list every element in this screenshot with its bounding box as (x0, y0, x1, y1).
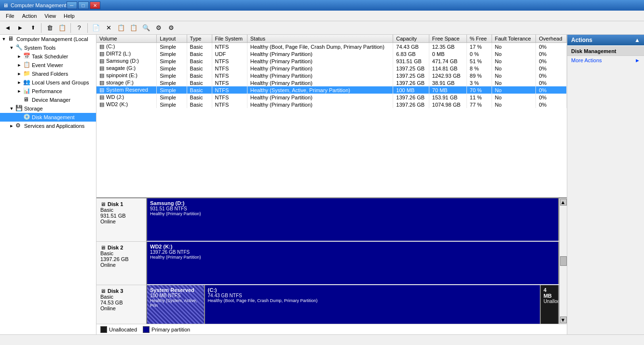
col-faulttolerance[interactable]: Fault Tolerance (492, 35, 535, 43)
paste-button[interactable]: 📋 (128, 23, 139, 33)
cell-volume: ▤System Reserved (96, 86, 157, 94)
partition-detail1: 100 MB NTFS (150, 293, 201, 298)
tree-disk-management[interactable]: ► 💿 Disk Management (0, 113, 96, 122)
actions-section-disk: Disk Management More Actions ► (567, 45, 644, 66)
tree-storage[interactable]: ▼ 💾 Storage (0, 104, 96, 113)
new-button[interactable]: 📄 (90, 23, 102, 33)
disk-type: Basic (100, 250, 142, 256)
performance-expand[interactable]: ► (15, 87, 23, 95)
minimize-button[interactable]: ─ (67, 1, 77, 9)
menu-file[interactable]: File (2, 12, 18, 20)
cell-volume: ▤Samsung (D:) (96, 57, 157, 65)
partition-disk3-2[interactable]: 4 MB Unalloce (541, 285, 559, 324)
actions-title: Actions (571, 37, 592, 43)
event-viewer-icon: 📋 (23, 61, 31, 69)
partition-disk3-0[interactable]: System Reserved 100 MB NTFS Healthy (Sys… (147, 285, 205, 324)
table-row[interactable]: ▤(C:)SimpleBasicNTFSHealthy (Boot, Page … (96, 43, 567, 51)
tree-shared-folders[interactable]: ► 📁 Shared Folders (0, 69, 96, 78)
table-row[interactable]: ▤WD (J:)SimpleBasicNTFSHealthy (Primary … (96, 94, 567, 101)
scroll-down[interactable]: ▼ (560, 317, 567, 323)
cell-type: Basic (187, 86, 212, 94)
local-users-expand[interactable]: ► (15, 79, 23, 86)
table-row[interactable]: ▤DIRT2 (L:)SimpleBasicUDFHealthy (Primar… (96, 50, 567, 57)
extra-button[interactable]: ⚙ (165, 23, 177, 33)
cell-filesystem: NTFS (212, 72, 247, 79)
forward-button[interactable]: ► (14, 23, 26, 33)
col-freespace[interactable]: Free Space (429, 35, 466, 43)
cell-type: Basic (187, 57, 212, 65)
tree-root[interactable]: ▼ 🖥 Computer Management (Local (0, 35, 96, 43)
tree-event-viewer[interactable]: ► 📋 Event Viewer (0, 61, 96, 69)
table-area[interactable]: Volume Layout Type File System Status Ca… (96, 35, 567, 198)
cell-percentfree: 70 % (466, 86, 492, 94)
cell-volume: ▤WD2 (K:) (96, 101, 157, 108)
tree-task-scheduler[interactable]: ► 📅 Task Scheduler (0, 52, 96, 61)
scroll-thumb[interactable] (560, 256, 567, 266)
table-row[interactable]: ▤System ReservedSimpleBasicNTFSHealthy (… (96, 86, 567, 94)
col-volume[interactable]: Volume (96, 35, 157, 43)
tree-device-manager[interactable]: ► 🖥 Device Manager (0, 96, 96, 104)
up-button[interactable]: ⬆ (27, 23, 39, 33)
partition-disk1-0[interactable]: Samsung (D:) 931.51 GB NTFS Healthy (Pri… (147, 198, 559, 241)
cell-volume: ▤DIRT2 (L:) (96, 50, 157, 57)
system-tools-expand[interactable]: ▼ (8, 44, 15, 52)
col-status[interactable]: Status (247, 35, 393, 43)
root-expand[interactable]: ▼ (0, 35, 8, 43)
cell-status: Healthy (Primary Partition) (247, 72, 393, 79)
table-row[interactable]: ▤storage (F:)SimpleBasicNTFSHealthy (Pri… (96, 79, 567, 86)
table-row[interactable]: ▤Samsung (D:)SimpleBasicNTFSHealthy (Pri… (96, 57, 567, 65)
menu-action[interactable]: Action (18, 12, 41, 20)
col-percentfree[interactable]: % Free (466, 35, 492, 43)
cell-freespace: 1242.93 GB (429, 72, 466, 79)
drive-icon: ▤ (99, 94, 104, 100)
close-button[interactable]: ✕ (90, 1, 100, 9)
disk-type: Basic (100, 294, 142, 300)
partition-disk3-1[interactable]: (C:) 74.43 GB NTFS Healthy (Boot, Page F… (205, 285, 541, 324)
back-button[interactable]: ◄ (2, 23, 14, 33)
shared-folders-expand[interactable]: ► (15, 70, 23, 78)
help-button[interactable]: ? (73, 23, 85, 33)
show-hide-button[interactable]: 🗑 (44, 23, 55, 33)
partition-disk2-0[interactable]: WD2 (K:) 1397.26 GB NTFS Healthy (Primar… (147, 242, 559, 284)
menu-help[interactable]: Help (60, 12, 79, 20)
table-row[interactable]: ▤WD2 (K:)SimpleBasicNTFSHealthy (Primary… (96, 101, 567, 108)
cell-faulttolerance: No (492, 50, 535, 57)
sep1 (41, 23, 41, 33)
storage-expand[interactable]: ▼ (8, 105, 15, 112)
action-more-actions[interactable]: More Actions ► (567, 56, 644, 65)
col-overhead[interactable]: Overhead (536, 35, 567, 43)
legend-unallocated: Unallocated (100, 326, 137, 333)
tree-performance[interactable]: ► 📊 Performance (0, 87, 96, 96)
properties-button[interactable]: 📋 (56, 23, 68, 33)
find-button[interactable]: 🔍 (140, 23, 152, 33)
col-type[interactable]: Type (187, 35, 212, 43)
services-expand[interactable]: ► (8, 122, 15, 130)
root-icon: 🖥 (8, 35, 15, 43)
menu-view[interactable]: View (41, 12, 60, 20)
tree-system-tools[interactable]: ▼ 🔧 System Tools (0, 43, 96, 52)
cell-percentfree: 8 % (466, 65, 492, 72)
disk-scrollbar[interactable]: ▲ ▼ (559, 198, 567, 324)
task-scheduler-expand[interactable]: ► (15, 53, 23, 60)
tree-services[interactable]: ► ⚙ Services and Applications (0, 122, 96, 130)
maximize-button[interactable]: □ (78, 1, 89, 9)
partition-detail2: Healthy (System, Active, Prin (150, 298, 201, 308)
tree-local-users[interactable]: ► 👥 Local Users and Groups (0, 78, 96, 87)
gear-button[interactable]: ⚙ (153, 23, 164, 33)
col-filesystem[interactable]: File System (212, 35, 247, 43)
event-viewer-expand[interactable]: ► (15, 61, 23, 69)
col-capacity[interactable]: Capacity (393, 35, 429, 43)
scroll-up[interactable]: ▲ (560, 199, 567, 206)
disk-row-disk2: 🖥 Disk 2 Basic 1397.26 GB Online WD2 (K:… (96, 242, 559, 285)
table-row[interactable]: ▤spinpoint (E:)SimpleBasicNTFSHealthy (P… (96, 72, 567, 79)
device-manager-icon: 🖥 (23, 96, 31, 104)
table-row[interactable]: ▤seagate (G:)SimpleBasicNTFSHealthy (Pri… (96, 65, 567, 72)
delete-button[interactable]: ✕ (103, 23, 114, 33)
device-manager-label: Device Manager (32, 97, 70, 103)
col-layout[interactable]: Layout (157, 35, 187, 43)
cell-type: Basic (187, 72, 212, 79)
disk-content[interactable]: 🖥 Disk 1 Basic 931.51 GB Online Samsung … (96, 198, 559, 324)
legend-unalloc-box (100, 326, 107, 333)
disk-name-text: Disk 1 (108, 201, 123, 207)
copy-button[interactable]: 📋 (115, 23, 127, 33)
